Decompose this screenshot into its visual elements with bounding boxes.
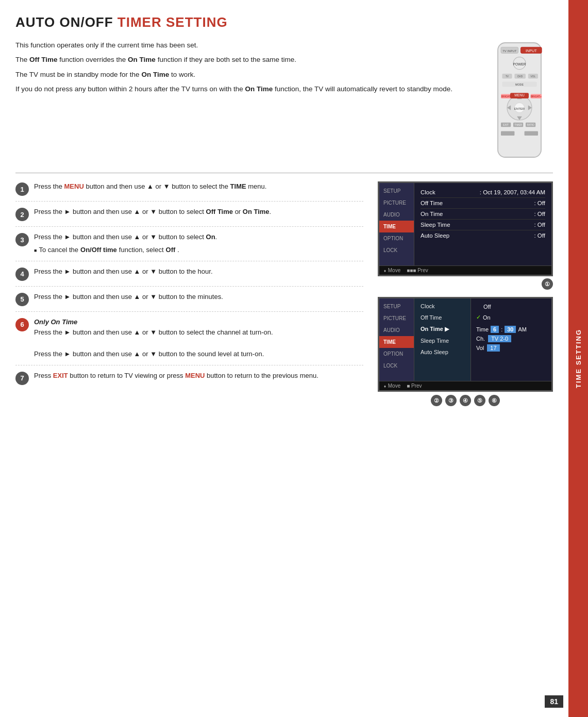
tv-time-hour: 6 — [491, 326, 499, 333]
svg-text:ENTER: ENTER — [514, 107, 525, 110]
svg-text:TV: TV — [506, 75, 509, 78]
tv-menu-audio: AUDIO — [379, 209, 414, 221]
tv-row-clock: Clock : Oct 19, 2007, 03:44 AM — [421, 187, 545, 198]
tv-val-off: Off — [476, 303, 546, 311]
circle-2: ② — [431, 395, 442, 406]
svg-text:INPUT: INPUT — [526, 48, 537, 53]
step-7-number: 7 — [15, 372, 29, 385]
step-7: 7 Press EXIT button to return to TV view… — [15, 371, 363, 390]
tv-screen-2: SETUP PICTURE AUDIO TIME OPTION LOCK Clo… — [378, 297, 553, 406]
divider-top — [15, 173, 553, 173]
step-5: 5 Press the ► button and then use ▲ or ▼… — [15, 292, 363, 312]
step-1-number: 1 — [15, 182, 29, 196]
svg-text:BRIGHT-: BRIGHT- — [501, 95, 512, 98]
intro-text: This function operates only if the curre… — [15, 40, 474, 163]
step-7-content: Press EXIT button to return to TV viewin… — [34, 371, 363, 381]
remote-image: TV INPUT INPUT POWER TV DVD VOL MODE — [486, 40, 553, 163]
tv-menu-left-1: SETUP PICTURE AUDIO TIME OPTION LOCK — [379, 183, 414, 265]
tv-menu2-option: OPTION — [379, 348, 414, 360]
tv-screen-1-body: SETUP PICTURE AUDIO TIME OPTION LOCK Clo — [378, 181, 553, 276]
intro-line1: This function operates only if the curre… — [15, 40, 474, 51]
svg-text:RATIO: RATIO — [527, 124, 534, 126]
tv-val-on: On — [476, 313, 546, 322]
tv-time-min: 30 — [505, 326, 516, 333]
screen1-annotation: ① — [378, 278, 553, 290]
circle-6: ⑥ — [489, 395, 500, 406]
sidebar-label: TIME SETTING — [568, 0, 588, 717]
tv-submenu-2: Clock Off Time On Time Sleep Time Auto S… — [414, 298, 471, 381]
step-5-number: 5 — [15, 293, 29, 306]
tv-row-sleeptime: Sleep Time : Off — [421, 220, 545, 230]
svg-text:MODE: MODE — [515, 83, 524, 86]
step-3-number: 3 — [15, 233, 29, 246]
tv-menu-left-2: SETUP PICTURE AUDIO TIME OPTION LOCK — [379, 298, 414, 381]
tv-footer-2: ⬧ Move ■ Prev — [379, 381, 551, 390]
svg-text:MENU: MENU — [514, 93, 525, 97]
tv-time-row: Time 6 : 30 AM — [476, 326, 546, 333]
intro-line4: If you do not press any button within 2 … — [15, 84, 474, 95]
step-2-number: 2 — [15, 208, 29, 221]
tv-menu-lock: LOCK — [379, 244, 414, 256]
tv-menu-right-1: Clock : Oct 19, 2007, 03:44 AM Off Time … — [414, 183, 551, 265]
tv-row-ontime: On Time : Off — [421, 209, 545, 220]
tv-menu2-lock: LOCK — [379, 360, 414, 372]
svg-text:VOL: VOL — [531, 75, 536, 78]
step-6: 6 Only On Time Press the ► button and th… — [15, 317, 363, 365]
tv-vol-row: Vol 17 — [476, 344, 546, 352]
tv-sub-sleeptime: Sleep Time — [418, 335, 466, 346]
tv-sub-clock: Clock — [418, 301, 466, 312]
tv-sub-ontime: On Time — [418, 323, 466, 335]
tv-menu-time: TIME — [379, 221, 414, 232]
intro-line2: The Off Time function overrides the On T… — [15, 54, 474, 65]
steps-list: 1 Press the MENU button and then use ▲ o… — [15, 181, 363, 406]
tv-menu-option: OPTION — [379, 232, 414, 244]
tv-row-offtime: Off Time : Off — [421, 198, 545, 209]
step-2: 2 Press the ► button and then use ▲ or ▼… — [15, 207, 363, 227]
intro-line3: The TV must be in standby mode for the O… — [15, 69, 474, 80]
step-6-content: Only On Time Press the ► button and then… — [34, 317, 363, 360]
circle-5: ⑤ — [474, 395, 485, 406]
tv-menu-setup: SETUP — [379, 185, 414, 197]
tv-ch-row: Ch. TV 2-0 — [476, 335, 546, 342]
tv-menu-picture: PICTURE — [379, 197, 414, 209]
svg-text:TV INPUT: TV INPUT — [502, 49, 517, 53]
tv-screen-2-body: SETUP PICTURE AUDIO TIME OPTION LOCK Clo… — [378, 297, 553, 392]
svg-rect-35 — [525, 131, 538, 136]
page-number: 81 — [545, 695, 563, 708]
tv-vol-value: 17 — [487, 344, 499, 352]
step-5-content: Press the ► button and then use ▲ or ▼ b… — [34, 292, 363, 303]
tv-menu2-setup: SETUP — [379, 301, 414, 312]
tv-menu2-picture: PICTURE — [379, 312, 414, 324]
svg-text:EXIT: EXIT — [503, 124, 509, 126]
remote-svg: TV INPUT INPUT POWER TV DVD VOL MODE — [489, 40, 550, 163]
svg-text:POWER: POWER — [513, 62, 526, 66]
tv-row-autosleep: Auto Sleep : Off — [421, 230, 545, 241]
tv-screen-1: SETUP PICTURE AUDIO TIME OPTION LOCK Clo — [378, 181, 553, 290]
tv-sub-offtime: Off Time — [418, 312, 466, 323]
tv-footer-1: ⬧ Move ■■■ Prev — [379, 265, 551, 275]
step-1: 1 Press the MENU button and then use ▲ o… — [15, 181, 363, 202]
step-3-content: Press the ► button and then use ▲ or ▼ b… — [34, 232, 363, 256]
screen2-circles: ② ③ ④ ⑤ ⑥ — [378, 395, 553, 406]
circle-3: ③ — [445, 395, 457, 406]
step-2-content: Press the ► button and then use ▲ or ▼ b… — [34, 207, 363, 218]
step-6-title: Only On Time — [34, 317, 363, 328]
tv-value-panel: Off On Time 6 : 30 AM Ch. — [471, 298, 551, 381]
page-title: AUTO ON/OFF TIMER SETTING — [15, 14, 553, 30]
tv-screens: SETUP PICTURE AUDIO TIME OPTION LOCK Clo — [378, 181, 553, 406]
tv-menu2-audio: AUDIO — [379, 324, 414, 336]
step-1-content: Press the MENU button and then use ▲ or … — [34, 181, 363, 192]
svg-text:BRIGHT+: BRIGHT+ — [531, 95, 542, 98]
step-4: 4 Press the ► button and then use ▲ or ▼… — [15, 266, 363, 287]
step-3: 3 Press the ► button and then use ▲ or ▼… — [15, 232, 363, 261]
circle-1: ① — [542, 278, 553, 290]
step-4-number: 4 — [15, 268, 29, 281]
svg-rect-34 — [501, 131, 514, 136]
svg-text:DVD: DVD — [517, 75, 523, 78]
tv-menu2-time: TIME — [379, 336, 414, 348]
svg-text:TIMER: TIMER — [514, 124, 522, 126]
circle-4: ④ — [460, 395, 471, 406]
step-3-note: To cancel the On/Off time function, sele… — [34, 245, 363, 256]
tv-ch-value: TV 2-0 — [488, 335, 511, 342]
step-6-number: 6 — [15, 318, 29, 331]
